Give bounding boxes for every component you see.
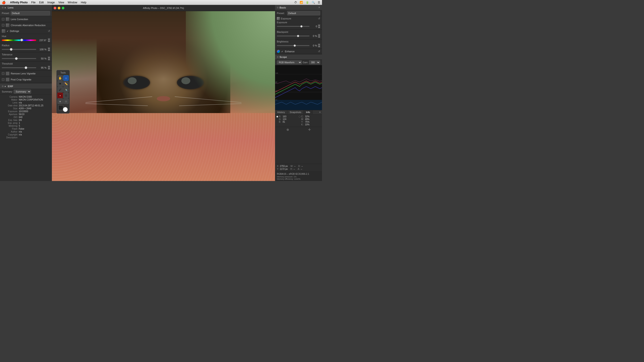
- window-maximize-btn[interactable]: [62, 7, 64, 9]
- threshold-slider-thumb[interactable]: [24, 66, 27, 69]
- exposure-slider-thumb[interactable]: [300, 25, 302, 27]
- tolerance-slider-track[interactable]: [2, 58, 36, 59]
- menu-window[interactable]: Window: [68, 1, 77, 4]
- remove-vignette-checkbox[interactable]: [2, 72, 4, 75]
- tab-history[interactable]: History: [275, 110, 287, 114]
- pen-tool[interactable]: 🖊: [58, 87, 63, 92]
- radius-slider-track[interactable]: [2, 49, 36, 50]
- exposure-decrement[interactable]: ▼: [318, 26, 320, 28]
- brightness-slider-thumb[interactable]: [294, 44, 296, 47]
- blackpoint-stepper[interactable]: ▲ ▼: [318, 34, 320, 38]
- chromatic-checkbox[interactable]: [2, 24, 4, 26]
- history-options-btn[interactable]: ≡: [318, 110, 322, 114]
- tab-snapshots[interactable]: Snapshots: [287, 110, 304, 114]
- eye-tool[interactable]: 👁: [58, 81, 63, 86]
- exif-section: ● EXIF Summary Summary Camera NIKON D300…: [0, 84, 52, 140]
- exposure-stepper[interactable]: ▲ ▼: [318, 24, 320, 28]
- exif-summary-select[interactable]: Summary: [14, 90, 31, 94]
- radius-stepper[interactable]: ▲ ▼: [48, 47, 50, 51]
- apple-menu[interactable]: 🍎: [2, 1, 6, 4]
- hue-slider-track[interactable]: [2, 39, 36, 41]
- exif-metering-key: Metering: [2, 125, 18, 127]
- post-vignette-checkbox[interactable]: [2, 78, 4, 81]
- exposure-increment[interactable]: ▲: [318, 24, 320, 26]
- time-machine-icon[interactable]: ⏱: [294, 1, 297, 4]
- exif-header: ● EXIF: [0, 84, 52, 89]
- lens-preset-select[interactable]: Default: [11, 11, 50, 15]
- tolerance-slider-thumb[interactable]: [15, 57, 18, 60]
- brightness-slider-track[interactable]: [277, 45, 310, 46]
- tolerance-increment[interactable]: ▲: [48, 56, 50, 58]
- basic-close-btn[interactable]: ✕: [318, 6, 320, 9]
- paint-tool[interactable]: ●: [58, 93, 63, 98]
- dropper-tool[interactable]: ◇: [63, 98, 69, 104]
- threshold-stepper[interactable]: ▲ ▼: [48, 66, 50, 69]
- radius-increment[interactable]: ▲: [48, 47, 50, 49]
- post-crop-vignette-item[interactable]: Post Crop Vignette: [0, 77, 52, 83]
- threshold-increment[interactable]: ▲: [48, 66, 50, 67]
- repair-tool[interactable]: ◈: [58, 98, 63, 104]
- threshold-slider-track[interactable]: [2, 67, 36, 68]
- menu-icon[interactable]: ☰: [318, 1, 320, 4]
- exposure-reset-btn[interactable]: ↺: [318, 17, 320, 20]
- lens-panel-close[interactable]: ●: [4, 6, 6, 9]
- brightness-decrement[interactable]: ▼: [318, 45, 320, 47]
- exif-author-key: Author: [2, 130, 18, 133]
- select-tool[interactable]: ◎: [63, 75, 69, 81]
- menu-file[interactable]: File: [31, 1, 36, 4]
- scope-gain-select[interactable]: 300 %: [309, 60, 320, 64]
- menu-image[interactable]: Image: [48, 1, 55, 4]
- window-minimize-btn[interactable]: [58, 7, 60, 9]
- brightness-stepper[interactable]: ▲ ▼: [318, 43, 320, 47]
- info-g-row: G: 124: [276, 118, 298, 120]
- menu-view[interactable]: View: [58, 1, 64, 4]
- hand-tool[interactable]: ✋: [58, 75, 63, 81]
- radius-decrement[interactable]: ▼: [48, 49, 50, 51]
- exposure-slider-track[interactable]: [277, 26, 310, 27]
- window-close-btn[interactable]: [54, 7, 56, 9]
- pencil-tool[interactable]: ✏️: [63, 81, 69, 86]
- shape-tool[interactable]: ⬡: [63, 93, 69, 98]
- background-color-swatch[interactable]: [58, 105, 63, 110]
- menu-edit[interactable]: Edit: [39, 1, 44, 4]
- battery-icon: 🔋: [306, 1, 309, 4]
- hue-decrement[interactable]: ▼: [48, 40, 50, 42]
- enhance-row[interactable]: ✓ Enhance ↺: [275, 49, 322, 54]
- basic-preset-select[interactable]: Default: [287, 11, 320, 15]
- blackpoint-slider-track[interactable]: [277, 35, 310, 36]
- tolerance-stepper[interactable]: ▲ ▼: [48, 56, 50, 60]
- lens-correction-item[interactable]: Lens Correction: [0, 16, 52, 22]
- search-icon[interactable]: 🔍: [312, 1, 315, 4]
- blackpoint-increment[interactable]: ▲: [318, 34, 320, 36]
- scope-section: Scope RGB Waveform Gain: 300 %: [275, 54, 322, 110]
- lens-correction-checkbox[interactable]: [2, 18, 4, 20]
- info-k-value: 10%: [305, 123, 310, 126]
- tab-info[interactable]: Info: [304, 110, 312, 114]
- hue-stepper[interactable]: ▲ ▼: [48, 38, 50, 42]
- enhance-reset-btn[interactable]: ↺: [318, 50, 320, 53]
- blackpoint-slider-thumb[interactable]: [297, 35, 299, 37]
- radius-slider-thumb[interactable]: [10, 48, 12, 51]
- photo-canvas[interactable]: Tools ✋ ◎ 👁 ✏️ 🖊 ✒️ ● ⬡: [52, 11, 275, 181]
- chromatic-aberration-item[interactable]: Chromatic Aberration Reduction: [0, 22, 52, 28]
- menu-help[interactable]: Help: [81, 1, 86, 4]
- ink-tool[interactable]: ✒️: [63, 87, 69, 92]
- defringe-item[interactable]: ✓ Defringe ↺: [0, 28, 52, 34]
- exif-close[interactable]: ●: [4, 85, 6, 88]
- brightness-increment[interactable]: ▲: [318, 43, 320, 45]
- foreground-color-swatch[interactable]: [63, 107, 68, 112]
- blackpoint-decrement[interactable]: ▼: [318, 36, 320, 38]
- canvas-container[interactable]: Tools ✋ ◎ 👁 ✏️ 🖊 ✒️ ● ⬡: [52, 11, 275, 181]
- remove-lens-vignette-item[interactable]: Remove Lens Vignette: [0, 71, 52, 77]
- threshold-decrement[interactable]: ▼: [48, 68, 50, 69]
- defringe-reset-btn[interactable]: ↺: [48, 29, 50, 33]
- scope-type-select[interactable]: RGB Waveform: [277, 60, 302, 64]
- lens-panel-header: ● Lens: [0, 5, 52, 10]
- tolerance-decrement[interactable]: ▼: [48, 58, 50, 60]
- hue-slider-thumb[interactable]: [20, 39, 23, 41]
- exif-exposure-val: 10/10000: [19, 110, 28, 113]
- hue-increment[interactable]: ▲: [48, 38, 50, 40]
- exif-expbias-key: Exp. bias: [2, 119, 18, 121]
- coord-y-value: 1172 px: [280, 168, 288, 170]
- hue-slider-section: Hue 237.6° ▲ ▼: [0, 34, 52, 43]
